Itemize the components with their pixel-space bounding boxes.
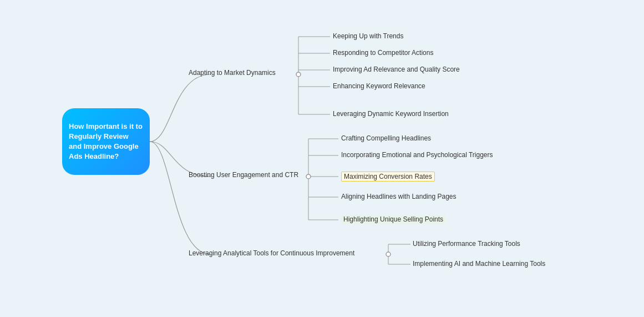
branch1-leaf4: Enhancing Keyword Relevance xyxy=(333,82,425,90)
branch3-label: Leveraging Analytical Tools for Continuo… xyxy=(189,249,354,257)
branch1-leaf3: Improving Ad Relevance and Quality Score xyxy=(333,66,460,73)
branch1-leaf1: Keeping Up with Trends xyxy=(333,32,403,40)
branch2-leaf4: Aligning Headlines with Landing Pages xyxy=(341,193,456,200)
branch1-leaf2: Responding to Competitor Actions xyxy=(333,49,433,57)
svg-point-13 xyxy=(306,174,311,179)
central-node: How Important is it to Regularly Review … xyxy=(62,108,150,175)
central-node-text: How Important is it to Regularly Review … xyxy=(69,122,143,162)
branch2-leaf3: Maximizing Conversion Rates xyxy=(341,172,435,182)
branch2-leaf5: Highlighting Unique Selling Points xyxy=(341,215,445,224)
branch1-leaf5: Leveraging Dynamic Keyword Insertion xyxy=(333,110,449,118)
branch2-leaf1: Crafting Compelling Headlines xyxy=(341,134,431,142)
svg-point-17 xyxy=(386,252,391,256)
branch2-label: Boosting User Engagement and CTR xyxy=(189,171,298,179)
svg-point-6 xyxy=(296,72,301,77)
branch3-leaf1: Utilizing Performance Tracking Tools xyxy=(413,240,520,248)
branch1-label: Adapting to Market Dynamics xyxy=(189,69,276,77)
branch2-leaf2: Incorporating Emotional and Psychologica… xyxy=(341,151,493,159)
branch3-leaf2: Implementing AI and Machine Learning Too… xyxy=(413,260,545,268)
